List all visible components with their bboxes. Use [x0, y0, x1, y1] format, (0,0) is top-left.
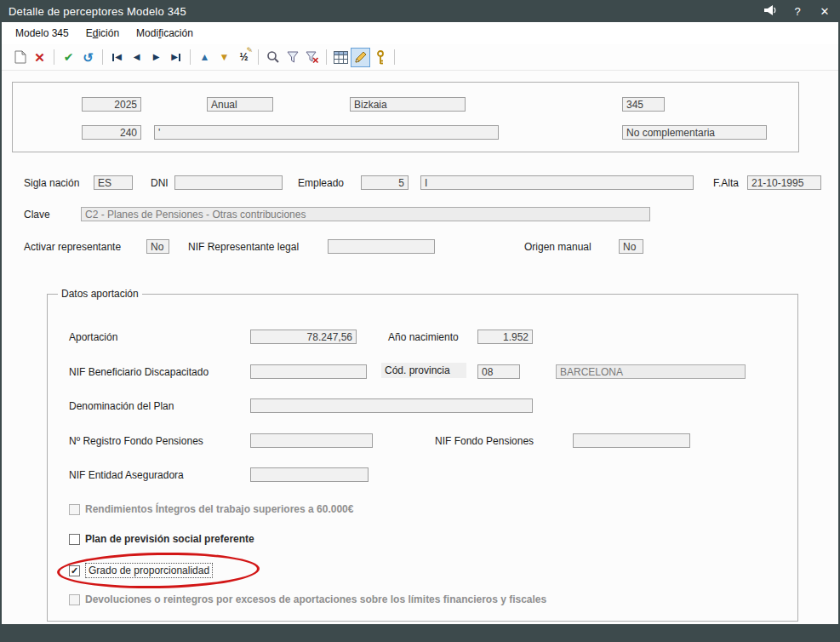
- denominacion-plan-label: Denominación del Plan: [69, 400, 174, 412]
- rendimientos-checkbox: [69, 504, 80, 515]
- nif-fondo-label: NIF Fondo Pensiones: [435, 435, 534, 447]
- periodo-field[interactable]: Anual: [207, 97, 273, 112]
- window-title: Detalle de perceptores Modelo 345: [9, 5, 186, 18]
- new-record-icon[interactable]: [10, 48, 30, 67]
- edit-mode-icon[interactable]: [351, 48, 370, 67]
- provincia-nombre-field: BARCELONA: [556, 364, 746, 379]
- checkbox-row-devoluciones: Devoluciones o reintegros por excesos de…: [69, 593, 546, 605]
- toolbar-separator: [54, 49, 54, 65]
- num-registro-field[interactable]: [250, 433, 373, 448]
- grado-proporcionalidad-checkbox[interactable]: ✓: [69, 565, 80, 576]
- delete-record-icon[interactable]: ✕: [30, 48, 49, 67]
- menu-modelo-345[interactable]: Modelo 345: [7, 23, 77, 43]
- checkbox-row-grado-proporcionalidad[interactable]: ✓ Grado de proporcionalidad: [69, 563, 213, 578]
- nif-fondo-field[interactable]: [573, 433, 690, 448]
- clave-label: Clave: [24, 209, 50, 221]
- grid-view-icon[interactable]: [331, 48, 351, 67]
- move-up-icon[interactable]: ▲: [195, 48, 214, 67]
- datos-aportacion-groupbox: Datos aportación Aportación 78.247,56 Añ…: [47, 294, 798, 622]
- empleado-label: Empleado: [298, 177, 344, 189]
- territorio-field[interactable]: Bizkaia: [350, 97, 466, 112]
- anio-nacimiento-field[interactable]: 1.952: [477, 330, 533, 344]
- empleado-numero-field[interactable]: 5: [361, 175, 409, 190]
- move-down-icon[interactable]: ▼: [214, 48, 234, 67]
- nif-beneficiario-field[interactable]: [250, 364, 367, 379]
- next-record-icon[interactable]: ▶: [146, 48, 166, 67]
- num-registro-label: Nº Registro Fondo Pensiones: [69, 435, 203, 447]
- remove-filter-icon[interactable]: [302, 48, 322, 67]
- nif-aseguradora-label: NIF Entidad Aseguradora: [69, 469, 184, 481]
- sigla-nacion-label: Sigla nación: [24, 177, 79, 189]
- toolbar-separator: [394, 49, 395, 65]
- nif-aseguradora-field[interactable]: [250, 467, 369, 482]
- aportacion-label: Aportación: [69, 331, 117, 343]
- origen-manual-label: Origen manual: [524, 241, 591, 253]
- window-border-bottom: [0, 624, 840, 642]
- edit-percentage-icon[interactable]: ½✎: [234, 48, 254, 67]
- anio-nacimiento-label: Año nacimiento: [388, 331, 459, 343]
- modelo-field[interactable]: 345: [622, 97, 665, 112]
- search-icon[interactable]: [263, 48, 283, 67]
- origen-manual-field[interactable]: No: [619, 239, 643, 254]
- menubar: Modelo 345 Edición Modificación: [0, 22, 838, 44]
- checkbox-row-rendimientos: Rendimientos Íntegros del trabajo superi…: [69, 503, 353, 515]
- checkbox-row-plan-preferente[interactable]: Plan de previsión social preferente: [69, 533, 254, 545]
- clave-field[interactable]: C2 - Planes de Pensiones - Otras contrib…: [81, 207, 650, 221]
- cod-provincia-label: Cód. provincia: [381, 363, 466, 378]
- nif-representante-label: NIF Representante legal: [188, 241, 299, 253]
- f-alta-label: F.Alta: [713, 177, 739, 189]
- toolbar-separator: [326, 49, 327, 65]
- dni-field[interactable]: [174, 175, 283, 190]
- help-icon[interactable]: ?: [791, 6, 804, 17]
- empresa-nombre-field[interactable]: ': [154, 125, 499, 140]
- nif-beneficiario-label: NIF Beneficiario Discapacitado: [69, 366, 209, 378]
- activar-representante-label: Activar representante: [24, 241, 121, 253]
- empresa-codigo-field[interactable]: 240: [82, 125, 141, 140]
- devoluciones-checkbox-label: Devoluciones o reintegros por excesos de…: [85, 593, 546, 605]
- window-border-left: [0, 0, 2, 642]
- plan-preferente-checkbox-label[interactable]: Plan de previsión social preferente: [85, 533, 254, 545]
- close-icon[interactable]: ✕: [818, 6, 831, 17]
- titlebar[interactable]: Detalle de perceptores Modelo 345 ? ✕: [0, 0, 840, 22]
- toolbar-separator: [258, 49, 259, 65]
- denominacion-plan-field[interactable]: [250, 398, 533, 413]
- activar-representante-field[interactable]: No: [146, 239, 169, 254]
- tipo-declaracion-field[interactable]: No complementaria: [622, 125, 767, 140]
- grado-proporcionalidad-checkbox-label[interactable]: Grado de proporcionalidad: [85, 563, 213, 578]
- f-alta-field[interactable]: 21-10-1995: [747, 175, 821, 190]
- menu-modificacion[interactable]: Modificación: [128, 23, 202, 43]
- devoluciones-checkbox: [69, 594, 80, 605]
- previous-record-icon[interactable]: ◀: [127, 48, 146, 67]
- toolbar-separator: [102, 49, 103, 65]
- empleado-nombre-field[interactable]: I: [420, 175, 694, 190]
- rendimientos-checkbox-label: Rendimientos Íntegros del trabajo superi…: [85, 503, 353, 515]
- cod-provincia-field[interactable]: 08: [477, 364, 520, 379]
- ejercicio-field[interactable]: 2025: [82, 97, 141, 112]
- refresh-icon[interactable]: ↺: [78, 48, 98, 67]
- key-icon[interactable]: [370, 48, 390, 67]
- toolbar: ✕ ✔ ↺ ◀ ◀ ▶ ▶ ▲ ▼ ½✎: [2, 44, 838, 71]
- dni-label: DNI: [151, 177, 169, 189]
- accept-icon[interactable]: ✔: [59, 48, 78, 67]
- sigla-nacion-field[interactable]: ES: [94, 175, 133, 190]
- plan-preferente-checkbox[interactable]: [69, 534, 80, 545]
- titlebar-buttons: ? ✕: [763, 5, 831, 17]
- filter-icon[interactable]: [283, 48, 302, 67]
- first-record-icon[interactable]: ◀: [107, 48, 127, 67]
- nif-representante-field[interactable]: [328, 239, 435, 254]
- announce-icon[interactable]: [763, 5, 777, 17]
- menu-edicion[interactable]: Edición: [77, 23, 128, 43]
- last-record-icon[interactable]: ▶: [166, 48, 186, 67]
- declaration-header-groupbox: 2025 Anual Bizkaia 345 240 ' No compleme…: [12, 82, 799, 152]
- datos-aportacion-title: Datos aportación: [58, 288, 142, 300]
- app-window: Detalle de perceptores Modelo 345 ? ✕ Mo…: [0, 0, 840, 642]
- aportacion-field[interactable]: 78.247,56: [250, 330, 357, 344]
- toolbar-separator: [190, 49, 191, 65]
